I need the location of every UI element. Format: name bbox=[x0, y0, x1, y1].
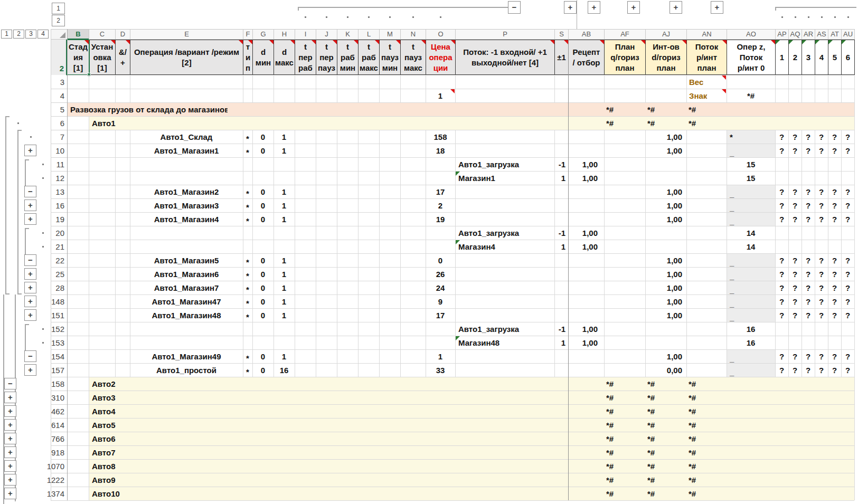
cell-AR25[interactable]: ? bbox=[802, 268, 815, 281]
band-label-6[interactable]: Авто1 bbox=[91, 117, 249, 130]
row-expand-button-614[interactable]: + bbox=[4, 419, 16, 431]
cell-AQ22[interactable]: ? bbox=[788, 254, 802, 267]
cell-AO20[interactable]: 14 bbox=[727, 226, 775, 240]
cell-AP157[interactable]: ? bbox=[775, 364, 788, 377]
cell-AJ154[interactable]: 1,00 bbox=[645, 350, 686, 363]
cell-O148[interactable]: 9 bbox=[426, 295, 455, 308]
hash-AJ-1222[interactable]: *# bbox=[647, 473, 671, 487]
band-label-918[interactable]: Авто7 bbox=[91, 446, 249, 459]
column-header-AN[interactable]: AN bbox=[686, 29, 727, 40]
oper-mark-151[interactable]: _ bbox=[727, 309, 775, 322]
column-header-AB[interactable]: AB bbox=[568, 29, 605, 40]
cell-AO21[interactable]: 14 bbox=[727, 240, 775, 253]
cell-H157[interactable]: 16 bbox=[274, 364, 295, 377]
band-label-614[interactable]: Авто5 bbox=[91, 419, 249, 432]
cell-AJ7[interactable]: 1,00 bbox=[645, 130, 686, 144]
row-header-614[interactable]: 614 bbox=[30, 419, 64, 432]
cell-AQ10[interactable]: ? bbox=[788, 144, 802, 157]
cell-AO153[interactable]: 16 bbox=[727, 336, 775, 349]
cell-AP22[interactable]: ? bbox=[775, 254, 788, 267]
cell-E154[interactable]: Авто1_Магазин49 bbox=[130, 350, 243, 363]
row-expand-button-25[interactable]: + bbox=[24, 268, 36, 280]
cell-AR10[interactable]: ? bbox=[802, 144, 815, 157]
hash-AN-1070[interactable]: *# bbox=[689, 460, 712, 473]
band-label-462[interactable]: Авто4 bbox=[91, 405, 249, 418]
header-cell-K[interactable]: tрабмин bbox=[337, 40, 359, 75]
cell-AU154[interactable]: ? bbox=[841, 350, 854, 363]
cell-AS13[interactable]: ? bbox=[815, 185, 828, 198]
cell-H7[interactable]: 1 bbox=[274, 130, 295, 144]
row-header-1070[interactable]: 1070 bbox=[30, 460, 64, 473]
oper-mark-25[interactable]: _ bbox=[727, 268, 775, 281]
column-header-AO[interactable]: AO bbox=[727, 29, 776, 40]
row-expand-button-462[interactable]: + bbox=[4, 405, 16, 417]
row-header-1222[interactable]: 1222 bbox=[30, 473, 64, 487]
cell-AJ25[interactable]: 1,00 bbox=[645, 268, 686, 281]
cell-AR13[interactable]: ? bbox=[802, 185, 815, 198]
oper-mark-19[interactable]: _ bbox=[727, 213, 775, 226]
cell-AJ148[interactable]: 1,00 bbox=[645, 295, 686, 308]
cell-G28[interactable]: 0 bbox=[252, 281, 274, 294]
header-cell-AQ[interactable]: 2 bbox=[788, 40, 802, 75]
row-collapse-button-158[interactable]: − bbox=[4, 378, 16, 389]
cell-E10[interactable]: Авто1_Магазин1 bbox=[130, 144, 243, 157]
cell-G22[interactable]: 0 bbox=[252, 254, 274, 267]
hash-AF-766[interactable]: *# bbox=[606, 432, 629, 445]
row-expand-button-766[interactable]: + bbox=[4, 433, 16, 444]
hash-AN-310[interactable]: *# bbox=[689, 391, 712, 404]
row-expand-button-10[interactable]: + bbox=[24, 145, 36, 156]
cell-G10[interactable]: 0 bbox=[252, 144, 274, 157]
hash-AF-1222[interactable]: *# bbox=[606, 473, 629, 487]
header-cell-F[interactable]: тип bbox=[243, 40, 253, 75]
row-outline-level-3[interactable]: 3 bbox=[25, 30, 36, 39]
cell-E25[interactable]: Авто1_Магазин6 bbox=[130, 268, 243, 281]
cell-E28[interactable]: Авто1_Магазин7 bbox=[130, 281, 243, 294]
cell-AR7[interactable]: ? bbox=[802, 130, 815, 144]
cell-AU157[interactable]: ? bbox=[841, 364, 854, 377]
row-outline-level-4[interactable]: 4 bbox=[37, 30, 49, 39]
header-cell-AF[interactable]: Планq/горизплан bbox=[604, 40, 646, 75]
cell-AQ157[interactable]: ? bbox=[788, 364, 802, 377]
cell-AP28[interactable]: ? bbox=[775, 281, 788, 294]
cell-AS22[interactable]: ? bbox=[815, 254, 828, 267]
cell-AQ19[interactable]: ? bbox=[788, 213, 802, 226]
oper-mark-10[interactable]: _ bbox=[727, 144, 775, 157]
row-header-7[interactable]: 7 bbox=[30, 130, 64, 144]
cell-G7[interactable]: 0 bbox=[252, 130, 274, 144]
column-header-L[interactable]: L bbox=[358, 29, 380, 40]
cell-AO11[interactable]: 15 bbox=[727, 158, 775, 171]
column-header-M[interactable]: M bbox=[379, 29, 401, 40]
cell-F7[interactable]: * bbox=[243, 130, 252, 144]
cell-AB12[interactable]: 1,00 bbox=[568, 172, 604, 185]
cell-H22[interactable]: 1 bbox=[274, 254, 295, 267]
row-collapse-button-22[interactable]: − bbox=[24, 254, 36, 266]
cell-E13[interactable]: Авто1_Магазин2 bbox=[130, 185, 243, 198]
column-header-AJ[interactable]: AJ bbox=[645, 29, 687, 40]
hash-AF-1070[interactable]: *# bbox=[606, 460, 629, 473]
header-cell-AT[interactable]: 5 bbox=[828, 40, 842, 75]
hash-AN-918[interactable]: *# bbox=[689, 446, 712, 459]
cell-H28[interactable]: 1 bbox=[274, 281, 295, 294]
row-expand-button-157[interactable]: + bbox=[24, 364, 36, 376]
cell-P20[interactable]: Авто1_загрузка bbox=[455, 226, 554, 240]
cell-H19[interactable]: 1 bbox=[274, 213, 295, 226]
cell-AS28[interactable]: ? bbox=[815, 281, 828, 294]
row-header-6[interactable]: 6 bbox=[30, 117, 64, 130]
cell-E151[interactable]: Авто1_Магазин48 bbox=[130, 309, 243, 322]
cell-O10[interactable]: 18 bbox=[426, 144, 455, 157]
cell-S153[interactable]: 1 bbox=[554, 336, 568, 349]
cell-F148[interactable]: * bbox=[243, 295, 252, 308]
cell-H10[interactable]: 1 bbox=[274, 144, 295, 157]
oper-mark-28[interactable]: _ bbox=[727, 281, 775, 294]
hash-AJ-766[interactable]: *# bbox=[647, 432, 671, 445]
hash-AF-1374[interactable]: *# bbox=[606, 487, 629, 500]
header-cell-H[interactable]: dмакс bbox=[274, 40, 295, 75]
cell-O154[interactable]: 1 bbox=[426, 350, 455, 363]
header-cell-AS[interactable]: 4 bbox=[815, 40, 828, 75]
cell-F10[interactable]: * bbox=[243, 144, 252, 157]
row-header-310[interactable]: 310 bbox=[30, 391, 64, 404]
header-cell-G[interactable]: dмин bbox=[252, 40, 274, 75]
cell-S21[interactable]: 1 bbox=[554, 240, 568, 253]
cell-G16[interactable]: 0 bbox=[252, 199, 274, 212]
cell-AP16[interactable]: ? bbox=[775, 199, 788, 212]
